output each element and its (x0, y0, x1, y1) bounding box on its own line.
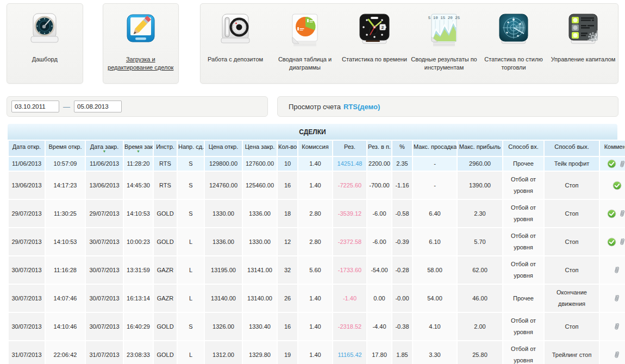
table-cell: 18 (278, 200, 297, 227)
paperclip-icon[interactable] (612, 350, 621, 359)
table-cell: -6.00 (367, 228, 391, 255)
column-header-label: Рез. (344, 143, 355, 150)
table-cell: 22:06:42 (46, 341, 85, 364)
check-icon[interactable] (607, 209, 616, 218)
paperclip-icon[interactable] (618, 160, 625, 168)
toolbar-item-capital[interactable]: Управление капиталом (548, 4, 618, 83)
paperclip-icon[interactable] (612, 294, 621, 303)
toolbar-item-line-chart[interactable]: 5 10 15 20 25Сводные результаты по инстр… (409, 4, 479, 83)
column-header[interactable]: %▼ (392, 141, 412, 156)
toolbar-item-safe[interactable]: Работа с депозитом (201, 4, 270, 83)
table-cell: Стоп (545, 172, 599, 199)
table-cell: 13195.00 (205, 256, 242, 284)
paperclip-icon[interactable] (618, 237, 625, 246)
table-cell: 1.40 (298, 172, 332, 199)
toolbar-item-label: Статистика по стилю торговли (479, 55, 548, 72)
table-cell: 31/07/2013 (9, 341, 45, 364)
table-cell: 11/06/2013 (86, 157, 123, 171)
table-cell: S (178, 157, 204, 171)
table-cell: 5.70 (458, 228, 502, 255)
column-header[interactable]: Способ вых.▼ (545, 141, 599, 156)
svg-text:5 10 15 20 25: 5 10 15 20 25 (428, 16, 460, 20)
paperclip-icon[interactable] (612, 266, 621, 274)
table-row[interactable]: 11/06/201310:57:0911/06/201311:28:20RTSS… (9, 157, 625, 171)
trades-section: СДЕЛКИ Дата откр.▼Время откр.▼Дата закр.… (8, 124, 617, 364)
table-cell: -2372.58 (333, 228, 366, 255)
table-cell: 1336.00 (243, 200, 277, 227)
table-row[interactable]: 30/07/201314:10:4630/07/201316:40:29GOLD… (9, 313, 625, 340)
table-row[interactable]: 30/07/201314:07:4630/07/201316:13:14GAZR… (9, 285, 625, 312)
column-header[interactable]: Коммент.▼ (600, 141, 625, 156)
table-cell: 1.40 (298, 157, 332, 171)
table-cell: -0.58 (392, 200, 412, 227)
column-header[interactable]: Цена закр.▼ (243, 141, 277, 156)
toolbar-item-label: Сводная таблица и диаграммы (270, 55, 340, 72)
table-cell: 19 (278, 341, 297, 364)
table-cell: 13/06/2013 (9, 172, 45, 199)
table-cell: 4.10 (413, 313, 457, 340)
column-header[interactable]: Макс. просадка▼ (413, 141, 457, 156)
column-header[interactable]: Комиссия▼ (298, 141, 332, 156)
paperclip-icon[interactable] (612, 322, 621, 331)
table-cell: 30/07/2013 (9, 285, 45, 312)
table-cell: -1733.60 (333, 256, 366, 284)
column-header[interactable]: Макс. прибыль▼ (458, 141, 502, 156)
check-icon[interactable] (607, 237, 616, 247)
table-cell: 13/06/2013 (86, 172, 123, 199)
column-header-label: Рез. в п. (368, 143, 391, 150)
table-cell: 31/07/2013 (86, 341, 123, 364)
account-panel: Просмотр счета RTS(демо) (277, 96, 618, 117)
comment-cell (600, 228, 625, 255)
radar-icon (496, 13, 531, 48)
table-header-row: Дата откр.▼Время откр.▼Дата закр.▼Время … (9, 141, 625, 156)
table-row[interactable]: 13/06/201314:17:2313/06/201314:45:30RTSS… (9, 172, 625, 199)
toolbar-item-edit-trades[interactable]: Загрузка и редактирование сделок (106, 4, 176, 83)
toolbar-item-clock[interactable]: 2Статистика по времени (340, 4, 409, 83)
trades-table-title: СДЕЛКИ (8, 124, 617, 140)
check-icon[interactable] (612, 181, 622, 190)
column-header[interactable]: Время закр.▼ (124, 141, 153, 156)
table-cell: 5.60 (298, 256, 332, 284)
date-to-input[interactable] (74, 101, 122, 112)
table-cell: Прочее (503, 285, 543, 312)
table-cell: 1.85 (392, 341, 412, 364)
column-header[interactable]: Рез. в п.▼ (367, 141, 391, 156)
comment-cell (600, 285, 625, 312)
toolbar-item-pie-chart[interactable]: Сводная таблица и диаграммы (270, 4, 340, 83)
table-row[interactable]: 30/07/201311:16:2830/07/201313:31:59GAZR… (9, 256, 625, 284)
column-header[interactable]: Рез.▼ (333, 141, 366, 156)
column-header[interactable]: Дата закр.▼ (86, 141, 123, 156)
toolbar-item-radar[interactable]: Статистика по стилю торговли (479, 4, 548, 83)
date-from-input[interactable] (11, 101, 59, 112)
table-cell: L (178, 341, 204, 364)
table-cell: -0.28 (392, 256, 412, 284)
table-cell: 2.80 (298, 200, 332, 227)
safe-icon (218, 13, 253, 48)
comment-cell (600, 341, 625, 364)
column-header[interactable]: Кол-во▼ (278, 141, 297, 156)
check-icon[interactable] (607, 159, 616, 168)
table-cell: 11:30:25 (46, 200, 85, 227)
table-cell: 23:08:33 (124, 341, 153, 364)
table-row[interactable]: 29/07/201311:30:2529/07/201314:10:53GOLD… (9, 200, 625, 227)
table-row[interactable]: 31/07/201322:06:4231/07/201323:08:33GOLD… (9, 341, 625, 364)
account-name-link[interactable]: RTS(демо) (343, 103, 380, 111)
table-cell: - (413, 157, 457, 171)
table-cell: 29/07/2013 (9, 200, 45, 227)
table-cell: 129800.00 (205, 157, 242, 171)
date-range-panel: — (7, 96, 268, 117)
table-cell: 29/07/2013 (9, 228, 45, 255)
toolbar-item-gauge[interactable]: Дашборд (10, 4, 79, 83)
column-header[interactable]: Напр. сд.▼ (178, 141, 204, 156)
column-header[interactable]: Способ вх.▼ (503, 141, 543, 156)
table-cell: 30/07/2013 (86, 313, 123, 340)
paperclip-icon[interactable] (618, 209, 625, 218)
column-header-label: Инстр. (156, 143, 174, 150)
table-cell: 11/06/2013 (9, 157, 45, 171)
column-header[interactable]: Время откр.▼ (46, 141, 85, 156)
column-header[interactable]: Инстр.▼ (154, 141, 177, 156)
table-row[interactable]: 29/07/201314:10:5330/07/201310:00:23GOLD… (9, 228, 625, 255)
table-cell: Отбой от уровня (503, 256, 543, 284)
column-header[interactable]: Цена откр.▼ (205, 141, 242, 156)
column-header[interactable]: Дата откр.▼ (9, 141, 45, 156)
